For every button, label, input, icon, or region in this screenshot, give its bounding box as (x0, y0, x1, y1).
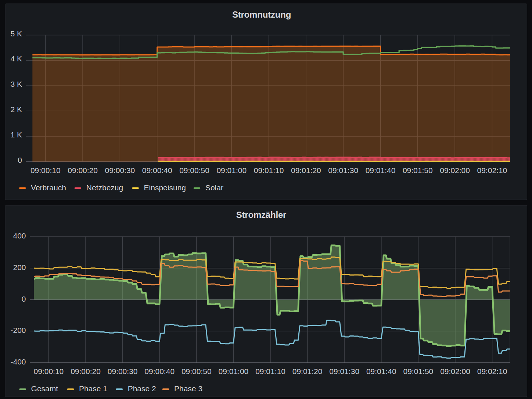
svg-text:4 K: 4 K (10, 54, 22, 63)
svg-text:09:02:00: 09:02:00 (440, 367, 470, 375)
svg-text:09:00:50: 09:00:50 (179, 166, 209, 175)
svg-text:0: 0 (22, 295, 26, 303)
svg-text:09:00:30: 09:00:30 (105, 166, 135, 175)
svg-text:09:00:10: 09:00:10 (30, 166, 61, 175)
svg-text:09:01:30: 09:01:30 (328, 166, 358, 175)
svg-text:Phase 1: Phase 1 (79, 384, 107, 393)
svg-text:Solar: Solar (205, 183, 223, 192)
svg-text:09:02:10: 09:02:10 (477, 367, 507, 375)
svg-text:09:01:00: 09:01:00 (219, 367, 249, 375)
svg-text:2 K: 2 K (10, 105, 22, 114)
svg-text:09:01:50: 09:01:50 (403, 166, 433, 175)
svg-text:Gesamt: Gesamt (31, 384, 58, 393)
svg-text:Einspeisung: Einspeisung (144, 183, 186, 192)
svg-text:Stromnutzung: Stromnutzung (232, 10, 291, 19)
svg-text:Netzbezug: Netzbezug (86, 183, 123, 192)
svg-text:-200: -200 (10, 326, 26, 334)
svg-text:09:02:10: 09:02:10 (477, 166, 507, 175)
svg-text:09:01:40: 09:01:40 (366, 367, 396, 375)
svg-text:09:00:30: 09:00:30 (108, 367, 138, 375)
svg-text:09:01:50: 09:01:50 (403, 367, 434, 375)
svg-text:1 K: 1 K (10, 130, 22, 139)
svg-text:09:01:40: 09:01:40 (366, 166, 396, 175)
svg-text:200: 200 (13, 263, 26, 272)
svg-text:09:01:10: 09:01:10 (254, 166, 284, 175)
svg-text:09:01:00: 09:01:00 (216, 166, 247, 175)
svg-text:09:00:20: 09:00:20 (68, 166, 98, 175)
svg-text:09:00:50: 09:00:50 (181, 367, 212, 375)
svg-text:09:01:20: 09:01:20 (291, 166, 321, 175)
svg-text:3 K: 3 K (10, 80, 22, 88)
svg-text:Phase 2: Phase 2 (128, 384, 156, 393)
svg-text:0: 0 (18, 156, 22, 164)
svg-text:09:01:30: 09:01:30 (329, 367, 359, 375)
svg-text:400: 400 (13, 231, 26, 240)
svg-text:09:00:20: 09:00:20 (71, 367, 101, 375)
svg-text:09:02:00: 09:02:00 (440, 166, 470, 175)
svg-text:09:00:40: 09:00:40 (142, 166, 172, 175)
svg-text:09:01:20: 09:01:20 (292, 367, 323, 375)
svg-text:-400: -400 (10, 357, 26, 366)
svg-text:09:01:10: 09:01:10 (255, 367, 285, 375)
svg-text:Stromzähler: Stromzähler (236, 210, 287, 220)
svg-text:Verbrauch: Verbrauch (31, 183, 66, 192)
svg-text:09:00:10: 09:00:10 (34, 367, 64, 375)
svg-text:Phase 3: Phase 3 (174, 384, 202, 393)
svg-text:5 K: 5 K (10, 29, 22, 38)
svg-text:09:00:40: 09:00:40 (144, 367, 175, 375)
